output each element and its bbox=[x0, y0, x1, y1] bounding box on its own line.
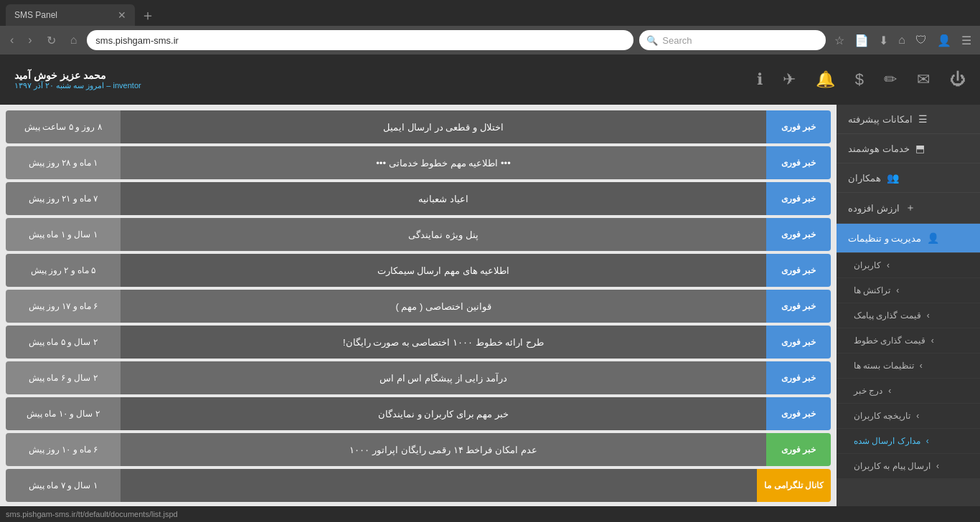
reader-icon[interactable]: 📄 bbox=[852, 32, 872, 49]
sidebar-item-advanced[interactable]: ☰ امکانات پیشرفته bbox=[837, 105, 980, 134]
home-icon[interactable]: ⌂ bbox=[895, 32, 908, 48]
news-item[interactable]: خبر فوری ••• اطلاعیه مهم خطوط خدماتی •••… bbox=[6, 146, 831, 179]
brand-datetime: inventor – امروز سه شنبه ۲۰ آذر ۱۳۹۷ bbox=[14, 81, 141, 90]
news-item[interactable]: خبر فوری اختلال و قطعی در ارسال ایمیل ۸ … bbox=[6, 110, 831, 143]
sub-sent-docs-icon: › bbox=[926, 436, 929, 446]
news-timestamp: ۲ سال و ۵ ماه پیش bbox=[6, 326, 121, 359]
account-icon[interactable]: 👤 bbox=[934, 32, 954, 49]
browser-window: SMS Panel ✕ ＋ ‹ › ↻ ⌂ sms.pishgam-sms.ir… bbox=[0, 0, 980, 522]
sub-send-msg-label: ارسال پیام به کاربران bbox=[854, 461, 930, 471]
send-icon[interactable]: ✈ bbox=[783, 70, 796, 89]
shield-icon[interactable]: 🛡 bbox=[913, 32, 930, 48]
sub-sms-price-label: قیمت گذاری پیامک bbox=[854, 310, 921, 321]
news-item[interactable]: خبر فوری اعیاد شعبانیه ۷ ماه و ۲۱ روز پی… bbox=[6, 182, 831, 215]
sub-package-label: تنظیمات بسته ها bbox=[854, 361, 914, 371]
partners-icon: 👥 bbox=[887, 172, 899, 184]
sub-sms-price-icon: › bbox=[927, 310, 930, 321]
sub-history-icon: › bbox=[916, 411, 919, 421]
sidebar-submenu: › کاربران › تراکنش ها › قیمت گذاری پیامک… bbox=[837, 253, 980, 479]
news-title: پنل ویژه نمایندگی bbox=[121, 218, 766, 251]
active-tab[interactable]: SMS Panel ✕ bbox=[6, 4, 135, 26]
sidebar-item-addvalue[interactable]: ＋ ارزش افزوده bbox=[837, 193, 980, 224]
search-bar[interactable]: 🔍 Search bbox=[639, 30, 826, 50]
news-badge: خبر فوری bbox=[766, 182, 831, 215]
sidebar-sub-reactions[interactable]: › تراکنش ها bbox=[837, 278, 980, 303]
news-item[interactable]: خبر فوری اطلاعیه های مهم ارسال سیمکارت ۵… bbox=[6, 254, 831, 287]
news-timestamp: ۲ سال و ۱۰ ماه پیش bbox=[6, 397, 121, 430]
news-item[interactable]: خبر فوری درآمد زایی از پیشگام اس ام اس ۲… bbox=[6, 361, 831, 394]
sidebar-sub-news-entry[interactable]: › درج خبر bbox=[837, 379, 980, 404]
sidebar-label-partners: همکاران bbox=[848, 173, 881, 184]
news-badge: خبر فوری bbox=[766, 146, 831, 179]
sidebar-sub-package-settings[interactable]: › تنظیمات بسته ها bbox=[837, 353, 980, 379]
refresh-button[interactable]: ↻ bbox=[42, 31, 60, 50]
sidebar-item-partners[interactable]: 👥 همکاران bbox=[837, 163, 980, 193]
username: محمد عزیز خوش آمید bbox=[14, 70, 141, 81]
sidebar-item-smart[interactable]: ⬒ خدمات هوشمند bbox=[837, 134, 980, 163]
news-item[interactable]: خبر فوری قوانین اختصاصی ( مهم ) ۶ ماه و … bbox=[6, 290, 831, 323]
news-badge: خبر فوری bbox=[766, 218, 831, 251]
news-timestamp: ۱ ماه و ۲۸ روز پیش bbox=[6, 146, 121, 179]
sidebar-sub-line-price[interactable]: › قیمت گذاری خطوط bbox=[837, 328, 980, 353]
news-title bbox=[121, 469, 757, 502]
sidebar-sub-sent-docs[interactable]: › مدارک ارسال شده bbox=[837, 429, 980, 454]
home-button[interactable]: ⌂ bbox=[66, 31, 82, 49]
sidebar-sub-users[interactable]: › کاربران bbox=[837, 253, 980, 278]
sub-sent-docs-label: مدارک ارسال شده bbox=[854, 436, 920, 446]
sidebar-sub-sms-price[interactable]: › قیمت گذاری پیامک bbox=[837, 303, 980, 328]
news-badge: خبر فوری bbox=[766, 361, 831, 394]
address-bar: ‹ › ↻ ⌂ sms.pishgam-sms.ir 🔍 Search ☆ 📄 … bbox=[0, 26, 980, 54]
back-button[interactable]: ‹ bbox=[6, 31, 18, 49]
bell-icon[interactable]: 🔔 bbox=[816, 70, 835, 89]
download-icon[interactable]: ⬇ bbox=[876, 32, 891, 49]
power-icon[interactable]: ⏻ bbox=[950, 70, 966, 89]
url-text: sms.pishgam-sms.ir bbox=[95, 35, 179, 46]
sub-package-icon: › bbox=[920, 361, 923, 371]
status-bar: sms.pishgam-sms.ir/tt/default/documents/… bbox=[0, 506, 980, 522]
management-icon: 👤 bbox=[927, 232, 939, 244]
sidebar-sub-send-message[interactable]: › ارسال پیام به کاربران bbox=[837, 454, 980, 479]
news-timestamp: ۱ سال و ۱ ماه پیش bbox=[6, 218, 121, 251]
menu-icon[interactable]: ☰ bbox=[958, 32, 974, 49]
news-item[interactable]: خبر فوری پنل ویژه نمایندگی ۱ سال و ۱ ماه… bbox=[6, 218, 831, 251]
news-item[interactable]: خبر فوری طرح ارائه خطوط ۱۰۰۰ اختصاصی به … bbox=[6, 326, 831, 359]
news-list: خبر فوری اختلال و قطعی در ارسال ایمیل ۸ … bbox=[6, 110, 831, 502]
news-badge: کانال تلگرامی ما bbox=[757, 469, 831, 502]
news-badge: خبر فوری bbox=[766, 433, 831, 466]
sub-reactions-icon: › bbox=[896, 285, 899, 295]
forward-button[interactable]: › bbox=[24, 31, 36, 49]
news-item[interactable]: کانال تلگرامی ما ۱ سال و ۷ ماه پیش bbox=[6, 469, 831, 502]
news-title: اطلاعیه های مهم ارسال سیمکارت bbox=[121, 254, 766, 287]
sub-line-price-label: قیمت گذاری خطوط bbox=[854, 336, 925, 346]
sub-reactions-label: تراکنش ها bbox=[854, 285, 890, 295]
edit-icon[interactable]: ✏ bbox=[884, 70, 897, 89]
sidebar-sub-user-history[interactable]: › تاریخچه کاربران bbox=[837, 404, 980, 429]
sidebar-label-advanced: امکانات پیشرفته bbox=[848, 114, 913, 125]
advanced-icon: ☰ bbox=[918, 113, 928, 125]
toolbar-icons: ☆ 📄 ⬇ ⌂ 🛡 👤 ☰ bbox=[831, 32, 974, 49]
news-title: اختلال و قطعی در ارسال ایمیل bbox=[121, 110, 766, 143]
url-input[interactable]: sms.pishgam-sms.ir bbox=[87, 30, 633, 50]
dollar-icon[interactable]: $ bbox=[855, 70, 864, 89]
news-title: ••• اطلاعیه مهم خطوط خدماتی ••• bbox=[121, 146, 766, 179]
bookmark-icon[interactable]: ☆ bbox=[831, 32, 847, 49]
content-area: خبر فوری اختلال و قطعی در ارسال ایمیل ۸ … bbox=[0, 105, 837, 506]
info-icon[interactable]: ℹ bbox=[757, 70, 763, 89]
news-timestamp: ۶ ماه و ۱۰ روز پیش bbox=[6, 433, 121, 466]
new-tab-button[interactable]: ＋ bbox=[135, 4, 161, 26]
status-url: sms.pishgam-sms.ir/tt/default/documents/… bbox=[6, 510, 178, 518]
news-item[interactable]: خبر فوری عدم امکان فراخط ۱۴ رقمی رایگان … bbox=[6, 433, 831, 466]
news-item[interactable]: خبر فوری خبر مهم برای کاربران و نمایندگا… bbox=[6, 397, 831, 430]
email-icon[interactable]: ✉ bbox=[917, 70, 930, 89]
news-title: طرح ارائه خطوط ۱۰۰۰ اختصاصی به صورت رایگ… bbox=[121, 326, 766, 359]
news-badge: خبر فوری bbox=[766, 290, 831, 323]
tab-close-button[interactable]: ✕ bbox=[118, 9, 126, 21]
brand: inventor bbox=[113, 81, 141, 90]
sidebar-item-management[interactable]: 👤 مدیریت و تنظیمات bbox=[837, 224, 980, 253]
news-badge: خبر فوری bbox=[766, 326, 831, 359]
sidebar-label-addvalue: ارزش افزوده bbox=[848, 203, 900, 214]
news-title: عدم امکان فراخط ۱۴ رقمی رایگان اپراتور ۱… bbox=[121, 433, 766, 466]
news-badge: خبر فوری bbox=[766, 254, 831, 287]
news-title: خبر مهم برای کاربران و نمایندگان bbox=[121, 397, 766, 430]
news-title: اعیاد شعبانیه bbox=[121, 182, 766, 215]
